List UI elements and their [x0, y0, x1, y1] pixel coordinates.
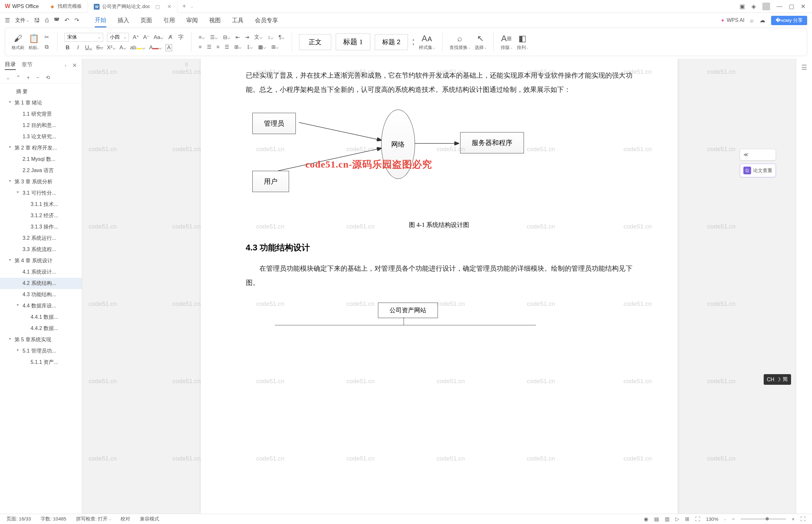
share-button[interactable]: �ному 分享 [771, 16, 807, 25]
proofread-status[interactable]: 校对 [120, 516, 130, 522]
new-tab-button[interactable]: + [178, 3, 191, 10]
file-menu[interactable]: 文件⌵ [15, 17, 29, 24]
user-avatar[interactable] [762, 3, 770, 10]
superscript-button[interactable]: X²⌵ [107, 44, 116, 51]
fit-icon[interactable]: ⛶ [800, 516, 806, 522]
outline-item[interactable]: 4.1 系统设计... [0, 266, 82, 278]
decrease-font-icon[interactable]: A⁻ [143, 34, 150, 40]
maximize-button[interactable]: ▢ [789, 3, 794, 10]
outline-item[interactable]: ▾第 1 章 绪论 [0, 97, 82, 109]
chevron-down-icon[interactable]: ▾ [17, 190, 19, 194]
font-color-button[interactable]: A⌵ [149, 44, 162, 51]
tab-dropdown-icon[interactable]: ⌵ [191, 4, 199, 9]
sidebar-tab-toc[interactable]: 目录 [5, 61, 16, 70]
sidebar-tab-chapter[interactable]: 章节 [21, 61, 33, 70]
bullet-list-icon[interactable]: ≡⌵ [198, 34, 204, 40]
text-effect-button[interactable]: A⌵ [119, 44, 126, 51]
remove-icon[interactable]: − [36, 75, 39, 81]
line-spacing-icon[interactable]: ‡⌵ [247, 44, 253, 50]
select-button[interactable]: ↖ 选择⌵ [475, 33, 486, 51]
outline-item[interactable]: 4.2 系统结构... [0, 278, 82, 289]
preview-icon[interactable]: ◚ [54, 17, 59, 24]
menu-tab-view[interactable]: 视图 [209, 14, 221, 27]
style-heading2[interactable]: 标题 2 [375, 34, 408, 50]
format-painter-group[interactable]: 🖌 格式刷 [12, 33, 24, 51]
number-list-icon[interactable]: ☰⌵ [210, 34, 218, 40]
outline-item[interactable]: 摘 要 [0, 86, 82, 97]
zoom-dropdown-icon[interactable]: ⌵ [724, 517, 726, 521]
outline-item[interactable]: 1.2 目的和意... [0, 120, 82, 131]
sidebar-close-icon[interactable]: ✕ [72, 62, 77, 69]
italic-button[interactable]: I [75, 45, 81, 51]
border-icon[interactable]: ⊞⌵ [271, 44, 279, 50]
bold-button[interactable]: B [64, 45, 71, 51]
outline-item[interactable]: 3.1.1 技术... [0, 199, 82, 210]
page-view-icon[interactable]: ▤ [654, 516, 659, 522]
sidebar-next-icon[interactable]: › [65, 63, 66, 68]
outline-list[interactable]: 摘 要▾第 1 章 绪论1.1 研究背景1.2 目的和意...1.3 论文研究.… [0, 83, 82, 514]
arrange-button[interactable]: ◧ 排列⌵ [517, 33, 528, 51]
menu-tab-page[interactable]: 页面 [140, 14, 152, 27]
fullscreen-icon[interactable]: ⛶ [695, 516, 700, 522]
chevron-down-icon[interactable]: ▾ [17, 302, 19, 307]
copy-icon[interactable]: ⧉ [44, 44, 50, 50]
tab-document[interactable]: W 公司资产网站论文.doc ▢ ✕ [88, 0, 177, 13]
eye-icon[interactable]: ◉ [644, 516, 648, 522]
save-icon[interactable]: 🖫 [34, 17, 40, 24]
font-size-select[interactable]: 小四⌵ [107, 33, 129, 42]
collapse-icon[interactable]: ⌵ [6, 75, 10, 81]
outline-item[interactable]: 2.2 Java 语言 [0, 165, 82, 176]
spell-check-status[interactable]: 拼写检查: 打开 ⌵ [76, 516, 111, 522]
layout-button[interactable]: A≡ 排版⌵ [501, 33, 512, 51]
compat-mode[interactable]: 兼容模式 [140, 516, 159, 522]
outline-item[interactable]: 2.1 Mysql 数... [0, 154, 82, 165]
style-body[interactable]: 正文 [299, 34, 331, 50]
chevron-down-icon[interactable]: ▾ [9, 337, 11, 341]
align-center-icon[interactable]: ☰ [207, 44, 211, 50]
hamburger-icon[interactable]: ☰ [801, 64, 807, 71]
outline-item[interactable]: ▾第 5 章系统实现 [0, 334, 82, 345]
expand-icon[interactable]: ⌃ [16, 75, 20, 81]
chevron-down-icon[interactable]: ▾ [9, 145, 11, 149]
style-nav[interactable]: ▴▾ [412, 37, 414, 46]
outline-item[interactable]: ▾第 2 章 程序开发... [0, 143, 82, 154]
cube-icon[interactable]: ◈ [751, 3, 756, 10]
read-view-icon[interactable]: ▷ [675, 516, 679, 522]
paragraph-handle-icon[interactable]: ⠿ [185, 62, 188, 68]
shading-icon[interactable]: ▦⌵ [258, 44, 266, 50]
page-indicator[interactable]: 页面: 16/33 [6, 516, 31, 522]
align-justify-icon[interactable]: ☰ [225, 44, 229, 50]
text-direction-icon[interactable]: 文⌵ [254, 34, 263, 40]
chevron-down-icon[interactable]: ▾ [17, 348, 19, 352]
tab-templates[interactable]: ◆ 找稻壳模板 [44, 0, 88, 13]
decrease-indent-icon[interactable]: ⇤ [235, 34, 240, 40]
outline-item[interactable]: 3.1.2 经济... [0, 210, 82, 222]
collapse-panel-button[interactable]: ≪ [740, 149, 776, 161]
underline-button[interactable]: U⌵ [85, 44, 92, 51]
styles-button[interactable]: Aᴀ 样式集⌵ [419, 33, 435, 51]
print-icon[interactable]: ⎙ [45, 17, 49, 24]
paper-check-button[interactable]: G 论文查重 [740, 164, 776, 177]
paste-group[interactable]: 📋 粘贴⌵ [29, 33, 39, 51]
style-heading1[interactable]: 标题 1 [336, 33, 370, 50]
close-button[interactable]: ✕ [801, 3, 806, 10]
highlight-button[interactable]: ab⌵ [130, 44, 145, 51]
menu-tab-tools[interactable]: 工具 [232, 14, 244, 27]
align-right-icon[interactable]: ≡ [217, 44, 219, 50]
align-left-icon[interactable]: ≡ [198, 44, 201, 50]
minimize-button[interactable]: — [777, 3, 782, 10]
add-icon[interactable]: + [27, 75, 30, 81]
multilevel-list-icon[interactable]: ⊟⌵ [223, 34, 230, 40]
menu-tab-reference[interactable]: 引用 [163, 14, 175, 27]
font-name-select[interactable]: 宋体⌵ [64, 33, 103, 42]
web-view-icon[interactable]: ⊞ [685, 516, 689, 522]
increase-indent-icon[interactable]: ⇥ [245, 34, 249, 40]
outline-item[interactable]: ▾4.4 数据库设... [0, 300, 82, 312]
outline-item[interactable]: 1.3 论文研究... [0, 131, 82, 143]
cloud-icon[interactable]: ☁ [760, 17, 765, 24]
menu-tab-insert[interactable]: 插入 [118, 14, 129, 27]
outline-item[interactable]: ▾3.1 可行性分... [0, 187, 82, 199]
search-icon[interactable]: ⌕ [750, 17, 754, 24]
chevron-down-icon[interactable]: ▾ [9, 179, 11, 183]
strikethrough-button[interactable]: S⌵ [96, 44, 103, 51]
